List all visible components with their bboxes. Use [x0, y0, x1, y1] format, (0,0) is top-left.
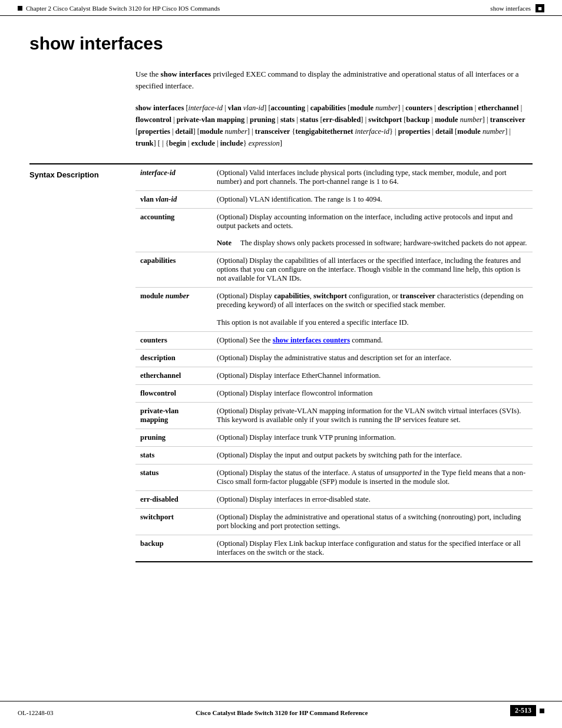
footer-rule-icon	[540, 709, 544, 713]
syntax-section: Syntax Description interface-id (Optiona…	[29, 163, 533, 562]
table-row: switchport (Optional) Display the admini…	[135, 509, 533, 535]
desc-cell: (Optional) Display private-VLAN mapping …	[212, 403, 533, 429]
page-number: 2-513	[510, 705, 536, 716]
desc-cell: (Optional) Display capabilities, switchp…	[212, 288, 533, 332]
table-row: description (Optional) Display the admin…	[135, 350, 533, 367]
table-row: status (Optional) Display the status of …	[135, 465, 533, 491]
header-chapter-text: Chapter 2 Cisco Catalyst Blade Switch 31…	[26, 5, 220, 12]
desc-cell: (Optional) Display interface EtherChanne…	[212, 367, 533, 385]
term-cell: interface-id	[135, 164, 212, 191]
table-row: counters (Optional) See the show interfa…	[135, 332, 533, 350]
term-cell: module number	[135, 288, 212, 332]
desc-cell: (Optional) Display interface flowcontrol…	[212, 385, 533, 403]
desc-cell: (Optional) Display the input and output …	[212, 447, 533, 465]
header-right-icon: ■	[535, 4, 544, 12]
desc-cell: (Optional) See the show interfaces count…	[212, 332, 533, 350]
term-cell: switchport	[135, 509, 212, 535]
desc-cell: (Optional) Display the administrative st…	[212, 350, 533, 367]
note-term-cell	[135, 235, 212, 252]
table-row: flowcontrol (Optional) Display interface…	[135, 385, 533, 403]
term-cell: stats	[135, 447, 212, 465]
term-cell: accounting	[135, 209, 212, 235]
desc-cell: (Optional) Display interface trunk VTP p…	[212, 429, 533, 447]
table-row: stats (Optional) Display the input and o…	[135, 447, 533, 465]
page-header: Chapter 2 Cisco Catalyst Blade Switch 31…	[0, 0, 562, 16]
counters-link[interactable]: show interfaces counters	[273, 336, 350, 344]
term-cell: counters	[135, 332, 212, 350]
term-cell: backup	[135, 535, 212, 562]
desc-cell: (Optional) Display Flex Link backup inte…	[212, 535, 533, 562]
term-cell: err-disabled	[135, 491, 212, 509]
note-label: Note	[217, 239, 236, 248]
table-row: capabilities (Optional) Display the capa…	[135, 252, 533, 288]
table-row: module number (Optional) Display capabil…	[135, 288, 533, 332]
table-row: etherchannel (Optional) Display interfac…	[135, 367, 533, 385]
desc-cell: (Optional) Display accounting informatio…	[212, 209, 533, 235]
desc-cell: (Optional) Display the status of the int…	[212, 465, 533, 491]
header-left: Chapter 2 Cisco Catalyst Blade Switch 31…	[18, 5, 220, 12]
syntax-description-label: Syntax Description	[29, 164, 135, 562]
note-desc-cell: Note The display shows only packets proc…	[212, 235, 533, 252]
table-row: err-disabled (Optional) Display interfac…	[135, 491, 533, 509]
page-title: show interfaces	[29, 34, 533, 57]
term-cell: flowcontrol	[135, 385, 212, 403]
table-row: pruning (Optional) Display interface tru…	[135, 429, 533, 447]
table-row: accounting (Optional) Display accounting…	[135, 209, 533, 235]
note-content: Note The display shows only packets proc…	[217, 239, 528, 248]
desc-cell: (Optional) VLAN identification. The rang…	[212, 191, 533, 209]
header-right: show interfaces ■	[490, 5, 544, 12]
table-row: vlan vlan-id (Optional) VLAN identificat…	[135, 191, 533, 209]
desc-cell: (Optional) Display interfaces in error-d…	[212, 491, 533, 509]
term-cell: status	[135, 465, 212, 491]
desc-cell: (Optional) Display the capabilities of a…	[212, 252, 533, 288]
footer-right: 2-513	[510, 705, 544, 716]
desc-cell: (Optional) Valid interfaces include phys…	[212, 164, 533, 191]
note-row: Note The display shows only packets proc…	[135, 235, 533, 252]
term-cell: vlan vlan-id	[135, 191, 212, 209]
desc-cell: (Optional) Display the administrative an…	[212, 509, 533, 535]
page-description: Use the show interfaces privileged EXEC …	[135, 68, 533, 91]
term-cell: capabilities	[135, 252, 212, 288]
header-left-icon	[18, 6, 22, 11]
syntax-table: interface-id (Optional) Valid interfaces…	[135, 164, 533, 562]
term-cell: description	[135, 350, 212, 367]
term-cell: private-vlanmapping	[135, 403, 212, 429]
term-cell: pruning	[135, 429, 212, 447]
table-row: interface-id (Optional) Valid interfaces…	[135, 164, 533, 191]
page-content: show interfaces Use the show interfaces …	[0, 16, 562, 598]
table-row: backup (Optional) Display Flex Link back…	[135, 535, 533, 562]
term-cell: etherchannel	[135, 367, 212, 385]
footer-left: OL-12248-03	[18, 709, 54, 716]
note-text: The display shows only packets processed…	[240, 239, 527, 248]
table-row: private-vlanmapping (Optional) Display p…	[135, 403, 533, 429]
header-section-text: show interfaces	[490, 5, 531, 12]
page-footer: OL-12248-03 Cisco Catalyst Blade Switch …	[0, 701, 562, 716]
footer-center: Cisco Catalyst Blade Switch 3120 for HP …	[54, 709, 511, 716]
syntax-box: show interfaces [interface-id | vlan vla…	[135, 102, 533, 149]
